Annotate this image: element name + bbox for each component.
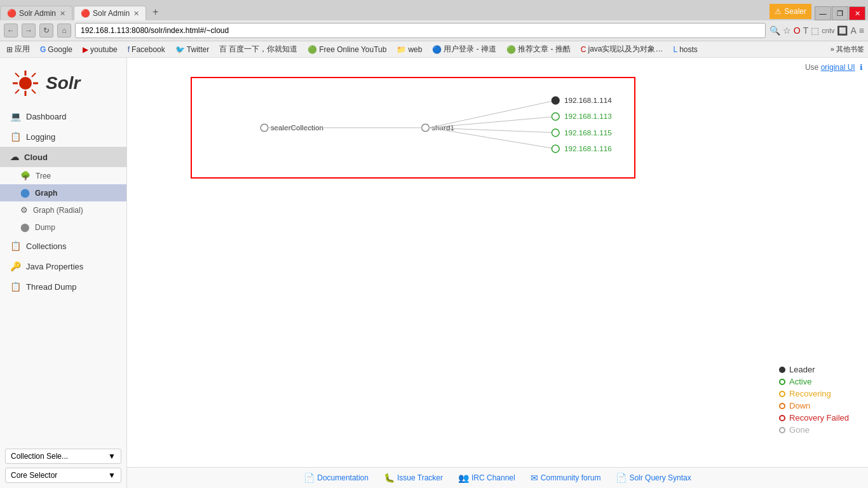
use-original-bar: Use original UI ℹ xyxy=(805,63,863,72)
bm-tuicool[interactable]: 🟢 推荐文章 - 推酷 xyxy=(504,43,573,55)
sidebar-item-cloud[interactable]: ☁ Cloud xyxy=(0,147,126,167)
zoom-icon[interactable]: 🔍 xyxy=(770,25,780,36)
translate-icon[interactable]: T xyxy=(803,25,809,36)
svg-point-20 xyxy=(552,113,559,121)
issue-tracker-link[interactable]: 🐛 Issue Tracker xyxy=(384,473,443,483)
tab-2[interactable]: 🔴 Solr Admin ✕ xyxy=(74,6,146,20)
tab-2-favicon: 🔴 xyxy=(81,9,90,18)
bm-java[interactable]: C java实现以及为对象… xyxy=(578,43,666,55)
back-button[interactable]: ← xyxy=(4,24,18,37)
sidebar-item-dashboard[interactable]: 💻 Dashboard xyxy=(0,106,126,126)
solr-text: Solr xyxy=(46,73,80,93)
bm-twitter[interactable]: 🐦 Twitter xyxy=(173,44,212,55)
issue-tracker-label: Issue Tracker xyxy=(397,473,443,482)
bm-more[interactable]: » 其他书签 xyxy=(831,44,864,54)
sidebar-item-tree[interactable]: 🌳 Tree xyxy=(0,167,126,184)
irc-channel-link[interactable]: 👥 IRC Channel xyxy=(458,473,515,483)
svg-point-18 xyxy=(552,97,559,104)
bm-baidu[interactable]: 百 百度一下，你就知道 xyxy=(217,43,300,55)
bookmarks-bar: ⊞ 应用 G Google ▶ youtube f Facebook 🐦 Twi… xyxy=(0,41,868,58)
dashboard-icon: 💻 xyxy=(10,111,21,121)
opera-icon[interactable]: O xyxy=(794,25,801,36)
bm-web[interactable]: 📁 web xyxy=(394,44,424,55)
reload-button[interactable]: ↻ xyxy=(39,24,53,37)
sealer-badge: ⚠ Sealer xyxy=(770,4,811,19)
bm-java-label: java实现以及为对象… xyxy=(588,44,663,55)
bm-google[interactable]: G Google xyxy=(37,44,75,55)
url-bar[interactable] xyxy=(75,23,766,38)
tab-1[interactable]: 🔴 Solr Admin ✕ xyxy=(0,6,72,20)
java-properties-icon: 🔑 xyxy=(10,261,21,271)
screen-icon[interactable]: ⬚ xyxy=(811,25,819,36)
tab-1-favicon: 🔴 xyxy=(7,9,16,18)
minimize-button[interactable]: — xyxy=(815,6,831,20)
bm-zendao[interactable]: 🔵 用户登录 - 禅道 xyxy=(430,43,499,55)
irc-channel-label: IRC Channel xyxy=(471,473,515,482)
sidebar-navigation: 💻 Dashboard 📋 Logging ☁ Cloud 🌳 Tree xyxy=(0,106,126,444)
bm-tuicool-label: 推荐文章 - 推酷 xyxy=(518,44,571,55)
svg-point-24 xyxy=(552,145,559,152)
tab-2-close[interactable]: ✕ xyxy=(133,10,139,18)
star-icon[interactable]: ☆ xyxy=(783,25,791,36)
close-button[interactable]: ✕ xyxy=(849,6,865,20)
issue-tracker-icon: 🐛 xyxy=(384,473,395,483)
bm-apps[interactable]: ⊞ 应用 xyxy=(4,43,32,55)
youtube-icon: ▶ xyxy=(83,45,88,54)
bm-apps-label: 应用 xyxy=(15,44,30,55)
window-controls: — ❐ ✕ xyxy=(814,6,868,20)
ext-icon[interactable]: 🔲 xyxy=(837,25,848,36)
info-icon: ℹ xyxy=(860,63,863,72)
apps-icon: ⊞ xyxy=(6,45,13,54)
irc-channel-icon: 👥 xyxy=(458,473,469,483)
bm-facebook-label: Facebook xyxy=(132,45,165,54)
tab-1-close[interactable]: ✕ xyxy=(60,10,65,18)
menu-icon[interactable]: ≡ xyxy=(859,25,864,36)
svg-line-6 xyxy=(32,90,36,93)
sidebar-item-collections[interactable]: 📋 Collections xyxy=(0,236,126,256)
recovery-failed-label: Recovery Failed xyxy=(789,413,849,423)
zendao-icon: 🔵 xyxy=(432,45,442,54)
sidebar-item-java-properties[interactable]: 🔑 Java Properties xyxy=(0,256,126,276)
bm-youtube-label: youtube xyxy=(90,45,118,54)
solr-query-syntax-label: Solr Query Syntax xyxy=(629,473,691,482)
hosts-icon: L xyxy=(673,45,677,54)
dump-label: Dump xyxy=(35,223,55,232)
leader-label: Leader xyxy=(789,365,815,374)
recovering-label: Recovering xyxy=(789,389,831,398)
bm-free-youtube[interactable]: 🟢 Free Online YouTub xyxy=(305,44,389,55)
bm-hosts[interactable]: L hosts xyxy=(670,44,700,55)
legend-down: Down xyxy=(779,401,849,410)
forward-button[interactable]: → xyxy=(22,24,36,37)
svg-line-15 xyxy=(429,116,555,128)
collection-selector[interactable]: Collection Sele... ▼ xyxy=(5,449,121,464)
sidebar-item-thread-dump[interactable]: 📋 Thread Dump xyxy=(0,276,126,297)
community-forum-link[interactable]: ✉ Community forum xyxy=(531,473,601,483)
cntv-icon[interactable]: cntv xyxy=(822,27,834,34)
new-tab-button[interactable]: + xyxy=(147,4,163,20)
down-dot xyxy=(779,403,785,409)
twitter-icon: 🐦 xyxy=(175,45,185,54)
logging-icon: 📋 xyxy=(10,132,21,142)
solr-query-syntax-link[interactable]: 📄 Solr Query Syntax xyxy=(616,473,691,483)
svg-point-0 xyxy=(19,77,32,90)
bm-youtube[interactable]: ▶ youtube xyxy=(80,44,120,55)
documentation-link[interactable]: 📄 Documentation xyxy=(304,473,369,483)
thread-dump-label: Thread Dump xyxy=(26,282,76,292)
maximize-button[interactable]: ❐ xyxy=(832,6,848,20)
core-selector[interactable]: Core Selector ▼ xyxy=(5,468,121,483)
sidebar-item-graph[interactable]: ⬤ Graph xyxy=(0,184,126,201)
bm-facebook[interactable]: f Facebook xyxy=(125,44,168,55)
svg-point-9 xyxy=(261,124,268,132)
original-ui-link[interactable]: original UI xyxy=(821,63,855,72)
sidebar-item-graph-radial[interactable]: ⚙ Graph (Radial) xyxy=(0,201,126,219)
ext-icon2[interactable]: A xyxy=(850,25,856,36)
google-icon: G xyxy=(40,45,46,54)
home-button[interactable]: ⌂ xyxy=(57,24,71,37)
legend-recovery-failed: Recovery Failed xyxy=(779,413,849,423)
sidebar-item-logging[interactable]: 📋 Logging xyxy=(0,126,126,147)
tuicool-icon: 🟢 xyxy=(506,45,516,54)
baidu-icon: 百 xyxy=(219,44,227,55)
sidebar-item-dump[interactable]: ⬤ Dump xyxy=(0,219,126,236)
graph-radial-label: Graph (Radial) xyxy=(33,206,83,215)
facebook-icon: f xyxy=(128,45,130,54)
